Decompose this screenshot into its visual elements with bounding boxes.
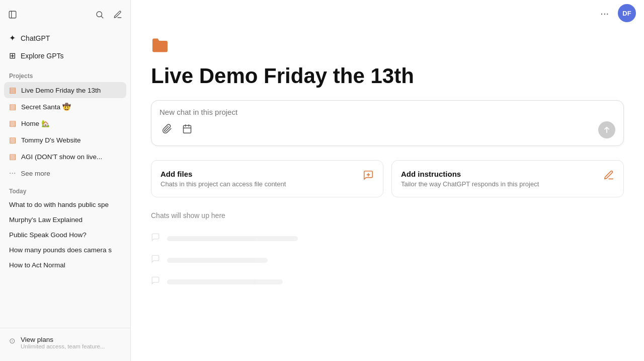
history-item-2[interactable]: Murphy's Law Explained xyxy=(4,212,126,227)
main-content: Live Demo Friday the 13th xyxy=(131,26,644,361)
chat-input[interactable] xyxy=(159,108,615,116)
folder-icon-home: ▤ xyxy=(9,119,16,128)
add-files-text: Add files Chats in this project can acce… xyxy=(160,170,286,188)
projects-section-label: Projects xyxy=(0,66,130,82)
see-more-button[interactable]: ··· See more xyxy=(4,165,126,181)
more-options-button[interactable]: ··· xyxy=(596,6,613,21)
project-label-secret-santa: Secret Santa 🤠 xyxy=(21,103,71,111)
history-item-3[interactable]: Public Speak Good How? xyxy=(4,228,126,242)
send-button[interactable] xyxy=(598,121,615,138)
today-section-label: Today xyxy=(0,182,130,197)
search-button[interactable] xyxy=(93,8,106,21)
attach-button[interactable] xyxy=(159,122,175,138)
add-instructions-desc: Tailor the way ChatGPT responds in this … xyxy=(401,180,539,188)
chat-placeholder-row-1 xyxy=(151,228,624,249)
add-files-title: Add files xyxy=(160,170,286,178)
projects-list: ▤ Live Demo Friday the 13th ▤ Secret San… xyxy=(0,82,130,182)
main-panel: ··· DF Live Demo Friday the 13th xyxy=(131,0,644,361)
placeholder-icon-3 xyxy=(151,276,160,287)
plans-icon: ⊙ xyxy=(9,336,16,345)
project-title: Live Demo Friday the 13th xyxy=(151,64,624,88)
placeholder-bar-2 xyxy=(167,258,268,263)
project-label-home: Home 🏡 xyxy=(21,119,50,127)
chat-input-icons xyxy=(159,122,195,138)
view-plans-button[interactable]: ⊙ View plans Unlimited access, team feat… xyxy=(4,332,126,353)
see-more-label: See more xyxy=(21,170,50,177)
add-instructions-icon xyxy=(603,170,614,183)
svg-line-3 xyxy=(101,16,103,18)
svg-rect-4 xyxy=(184,125,191,133)
chat-placeholder-row-3 xyxy=(151,271,624,293)
cards-row: Add files Chats in this project can acce… xyxy=(151,160,624,197)
folder-icon-tommy-d: ▤ xyxy=(9,135,16,145)
project-label-tommy-d: Tommy D's Website xyxy=(21,136,81,144)
sidebar-top-right xyxy=(93,8,124,21)
project-item-secret-santa[interactable]: ▤ Secret Santa 🤠 xyxy=(4,99,126,115)
view-plans-subtitle: Unlimited access, team feature... xyxy=(21,343,105,349)
placeholder-icon-2 xyxy=(151,254,160,266)
add-instructions-title: Add instructions xyxy=(401,170,539,178)
folder-icon-agi: ▤ xyxy=(9,152,16,161)
sidebar-top-bar xyxy=(0,4,130,27)
history-list: What to do with hands public spe Murphy'… xyxy=(0,197,130,326)
history-item-1[interactable]: What to do with hands public spe xyxy=(4,197,126,212)
svg-rect-0 xyxy=(9,11,16,18)
explore-icon: ⊞ xyxy=(9,51,16,60)
history-item-4[interactable]: How many pounds does camera s xyxy=(4,243,126,257)
add-instructions-text: Add instructions Tailor the way ChatGPT … xyxy=(401,170,539,188)
add-files-card[interactable]: Add files Chats in this project can acce… xyxy=(151,160,383,197)
toggle-sidebar-button[interactable] xyxy=(6,8,19,21)
project-item-live-demo[interactable]: ▤ Live Demo Friday the 13th xyxy=(4,82,126,98)
add-instructions-card[interactable]: Add instructions Tailor the way ChatGPT … xyxy=(391,160,624,197)
sidebar: ✦ ChatGPT ⊞ Explore GPTs Projects ▤ Live… xyxy=(0,0,131,361)
project-label-agi: AGI (DON'T show on live... xyxy=(21,153,102,161)
project-label-live-demo: Live Demo Friday the 13th xyxy=(21,87,101,94)
chatgpt-icon: ✦ xyxy=(9,33,16,43)
chat-placeholders xyxy=(151,228,624,293)
sidebar-item-chatgpt[interactable]: ✦ ChatGPT xyxy=(4,29,126,47)
project-item-agi[interactable]: ▤ AGI (DON'T show on live... xyxy=(4,149,126,165)
chats-placeholder-label: Chats will show up here xyxy=(151,211,624,220)
svg-point-2 xyxy=(97,12,102,17)
project-item-home[interactable]: ▤ Home 🏡 xyxy=(4,115,126,131)
placeholder-icon-1 xyxy=(151,233,160,244)
placeholder-bar-1 xyxy=(167,236,298,241)
add-files-desc: Chats in this project can access file co… xyxy=(160,180,286,188)
sidebar-chatgpt-label: ChatGPT xyxy=(21,34,50,42)
folder-icon-secret-santa: ▤ xyxy=(9,102,16,111)
view-plans-title: View plans xyxy=(21,336,105,343)
main-header: ··· DF xyxy=(131,0,644,26)
chat-placeholder-row-2 xyxy=(151,249,624,271)
chat-input-area xyxy=(151,100,624,146)
history-item-5[interactable]: How to Act Normal xyxy=(4,258,126,272)
chat-input-toolbar xyxy=(159,121,615,138)
sidebar-bottom: ⊙ View plans Unlimited access, team feat… xyxy=(0,328,130,357)
sidebar-explore-label: Explore GPTs xyxy=(21,52,64,60)
folder-icon-live-demo: ▤ xyxy=(9,86,16,95)
avatar[interactable]: DF xyxy=(618,4,636,22)
sidebar-top-left xyxy=(6,8,19,21)
see-more-dots: ··· xyxy=(9,169,16,178)
sidebar-nav: ✦ ChatGPT ⊞ Explore GPTs xyxy=(0,27,130,66)
view-plans-text: View plans Unlimited access, team featur… xyxy=(21,336,105,349)
sidebar-item-explore[interactable]: ⊞ Explore GPTs xyxy=(4,47,126,64)
project-folder-icon xyxy=(151,36,624,58)
project-item-tommy-d[interactable]: ▤ Tommy D's Website xyxy=(4,132,126,148)
placeholder-bar-3 xyxy=(167,279,283,284)
calendar-button[interactable] xyxy=(180,122,195,138)
add-files-icon xyxy=(363,170,374,183)
compose-button[interactable] xyxy=(111,8,124,21)
